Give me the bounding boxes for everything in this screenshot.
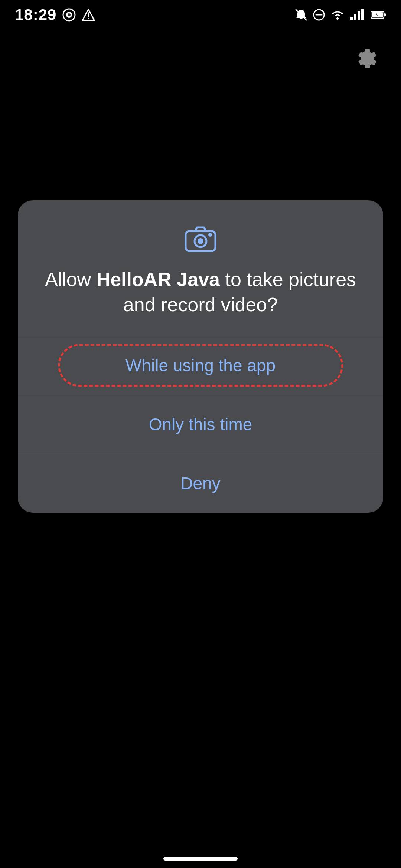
status-right: R — [295, 9, 386, 21]
status-time: 18:29 — [15, 6, 56, 24]
dialog-title: Allow HelloAR Java to take pictures and … — [39, 267, 362, 317]
svg-point-2 — [68, 13, 71, 16]
wifi-icon — [330, 9, 345, 20]
deny-label: Deny — [180, 474, 220, 493]
media-icon — [62, 8, 76, 22]
only-this-time-label: Only this time — [149, 415, 252, 434]
status-bar: 18:29 — [0, 0, 401, 30]
svg-rect-10 — [350, 17, 353, 20]
signal-icon: R — [350, 9, 365, 21]
dialog-header: Allow HelloAR Java to take pictures and … — [18, 200, 383, 336]
gear-icon — [353, 43, 378, 68]
status-left: 18:29 — [15, 6, 95, 24]
svg-rect-11 — [354, 14, 356, 20]
minus-circle-icon — [313, 9, 325, 21]
warning-icon — [82, 8, 95, 22]
only-this-time-button[interactable]: Only this time — [18, 395, 383, 454]
svg-text:R: R — [361, 9, 363, 14]
battery-icon — [371, 10, 386, 19]
while-using-label: While using the app — [125, 356, 276, 375]
svg-point-20 — [198, 238, 203, 244]
while-using-button[interactable]: While using the app — [18, 336, 383, 395]
svg-rect-12 — [358, 11, 360, 20]
bell-mute-icon — [295, 9, 307, 21]
deny-button[interactable]: Deny — [18, 454, 383, 513]
app-name: HelloAR Java — [97, 269, 220, 290]
svg-rect-16 — [384, 13, 386, 16]
permission-dialog: Allow HelloAR Java to take pictures and … — [18, 200, 383, 513]
svg-point-21 — [208, 233, 212, 237]
home-indicator — [163, 857, 238, 861]
settings-button[interactable] — [351, 41, 381, 70]
svg-point-9 — [336, 17, 339, 20]
svg-point-5 — [88, 18, 89, 19]
camera-icon — [184, 223, 217, 256]
